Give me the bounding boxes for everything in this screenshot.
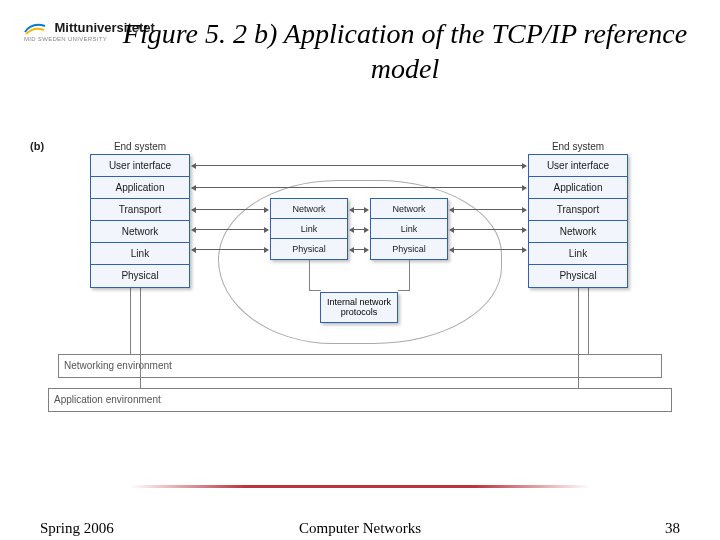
- internal-protocols-box: Internal network protocols: [320, 292, 398, 323]
- peer-arrow: [350, 209, 368, 210]
- logo-mark-icon: [24, 20, 46, 36]
- layer-network: Network: [91, 221, 189, 243]
- layer-user-interface: User interface: [91, 155, 189, 177]
- layer-transport: Transport: [529, 199, 627, 221]
- peer-arrow: [350, 229, 368, 230]
- layer-transport: Transport: [91, 199, 189, 221]
- layer-physical: Physical: [529, 265, 627, 287]
- slide-title: Figure 5. 2 b) Application of the TCP/IP…: [120, 16, 690, 86]
- accent-bar: [130, 485, 590, 488]
- peer-arrow: [192, 165, 526, 166]
- connector: [398, 290, 410, 291]
- end-system-left: End system User interface Application Tr…: [90, 154, 190, 288]
- end-system-title: End system: [91, 141, 189, 152]
- connector: [409, 260, 410, 290]
- footer-center: Computer Networks: [0, 520, 720, 537]
- layer-application: Application: [91, 177, 189, 199]
- layer-physical: Physical: [271, 239, 347, 259]
- env-connector: [578, 286, 579, 388]
- peer-arrow: [192, 249, 268, 250]
- peer-arrow: [450, 229, 526, 230]
- peer-arrow: [192, 229, 268, 230]
- panel-label: (b): [30, 140, 44, 152]
- connector: [309, 290, 321, 291]
- footer-right: 38: [665, 520, 680, 537]
- layer-link: Link: [371, 219, 447, 239]
- layer-physical: Physical: [91, 265, 189, 287]
- layer-user-interface: User interface: [529, 155, 627, 177]
- layer-network: Network: [271, 199, 347, 219]
- layer-link: Link: [271, 219, 347, 239]
- peer-arrow: [450, 249, 526, 250]
- connector: [309, 260, 310, 290]
- env-connector: [588, 286, 589, 354]
- application-environment-label: Application environment: [54, 394, 161, 405]
- env-connector: [140, 286, 141, 388]
- layer-link: Link: [91, 243, 189, 265]
- layer-network: Network: [529, 221, 627, 243]
- router-stack: Network Link Physical: [270, 198, 348, 260]
- layer-network: Network: [371, 199, 447, 219]
- networking-environment-label: Networking environment: [64, 360, 172, 371]
- peer-arrow: [350, 249, 368, 250]
- end-system-right: End system User interface Application Tr…: [528, 154, 628, 288]
- router-stack: Network Link Physical: [370, 198, 448, 260]
- peer-arrow: [192, 187, 526, 188]
- tcpip-diagram: (b) Application environment Networking e…: [30, 140, 690, 420]
- end-system-title: End system: [529, 141, 627, 152]
- peer-arrow: [450, 209, 526, 210]
- layer-application: Application: [529, 177, 627, 199]
- peer-arrow: [192, 209, 268, 210]
- layer-link: Link: [529, 243, 627, 265]
- env-connector: [130, 286, 131, 354]
- layer-physical: Physical: [371, 239, 447, 259]
